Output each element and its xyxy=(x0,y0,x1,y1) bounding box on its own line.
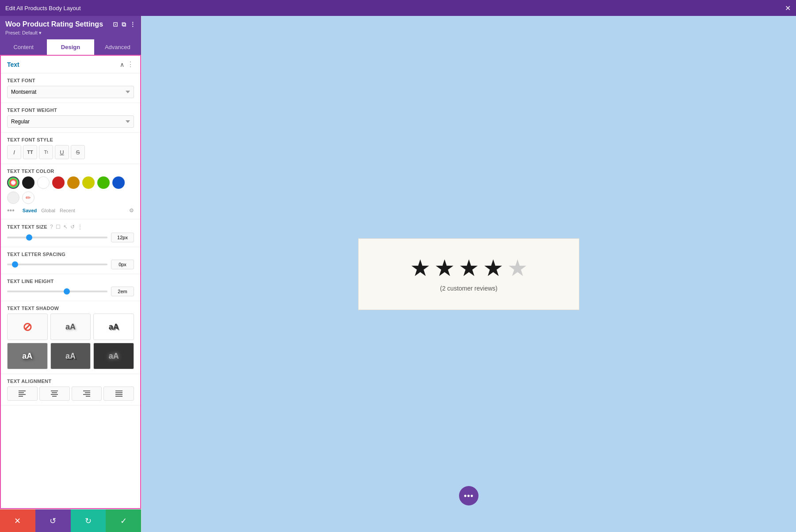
svg-rect-11 xyxy=(86,396,90,397)
svg-rect-4 xyxy=(51,390,58,391)
text-size-label-row: Text Text Size ? ☐ ↖ ↺ ⋮ xyxy=(7,224,134,230)
star-5: ★ xyxy=(507,256,528,279)
no-shadow-option[interactable]: ⊘ xyxy=(7,314,48,340)
star-3: ★ xyxy=(459,256,479,279)
italic-button[interactable]: I xyxy=(7,145,21,159)
strikethrough-button[interactable]: S xyxy=(71,145,85,159)
star-1: ★ xyxy=(410,256,431,279)
redo-button[interactable]: ↻ xyxy=(71,509,106,532)
global-color-tab[interactable]: Global xyxy=(41,208,55,213)
desktop-icon[interactable]: ☐ xyxy=(56,224,61,230)
bottom-bar: ✕ ↺ ↻ ✓ xyxy=(0,509,141,532)
svg-rect-6 xyxy=(51,394,58,395)
star-2: ★ xyxy=(434,256,455,279)
tab-design[interactable]: Design xyxy=(47,39,94,55)
sidebar-content: Text ∧ ⋮ Text Font Montserrat Arial Geor… xyxy=(0,55,141,509)
align-right-button[interactable] xyxy=(72,387,102,401)
text-size-slider[interactable] xyxy=(7,237,107,238)
line-height-field: Text Line Height xyxy=(1,274,140,301)
shadow-option-4[interactable]: aA xyxy=(50,343,91,369)
sidebar-header: Woo Product Rating Settings ⊡ ⧉ ⋮ Preset… xyxy=(0,16,141,39)
section-controls: ∧ ⋮ xyxy=(120,60,134,69)
orange-swatch[interactable] xyxy=(67,176,80,189)
close-icon: ✕ xyxy=(14,516,21,526)
underline-button[interactable]: U xyxy=(55,145,69,159)
collapse-icon[interactable]: ∧ xyxy=(120,61,124,68)
text-font-weight-select[interactable]: Regular Bold Light xyxy=(7,115,134,128)
alignment-buttons xyxy=(7,387,134,401)
letter-spacing-input[interactable] xyxy=(111,260,134,269)
top-bar: Edit All Products Body Layout ✕ xyxy=(0,0,796,16)
text-size-input[interactable] xyxy=(111,233,134,242)
text-alignment-label: Text Alignment xyxy=(7,379,134,384)
small-caps-button[interactable]: Tt xyxy=(39,145,53,159)
shadow-option-3[interactable]: aA xyxy=(7,343,48,369)
black-swatch[interactable] xyxy=(22,176,34,189)
blue-swatch[interactable] xyxy=(112,176,125,189)
more-swatches-icon[interactable]: ••• xyxy=(7,207,15,214)
help-icon[interactable]: ? xyxy=(50,224,53,230)
more-options-icon[interactable]: ⋮ xyxy=(130,21,136,28)
letter-spacing-label: Text Letter Spacing xyxy=(7,252,134,257)
layout-icon[interactable]: ⧉ xyxy=(122,21,126,28)
svg-rect-9 xyxy=(85,392,90,393)
more-size-icon[interactable]: ⋮ xyxy=(77,224,83,230)
shadow-option-5[interactable]: aA xyxy=(93,343,134,369)
svg-rect-5 xyxy=(52,392,57,393)
yellow-swatch[interactable] xyxy=(82,176,95,189)
light-swatch[interactable] xyxy=(7,191,19,204)
floating-more-icon: ••• xyxy=(464,491,474,501)
letter-spacing-slider[interactable] xyxy=(7,264,107,265)
align-left-button[interactable] xyxy=(7,387,38,401)
top-bar-title: Edit All Products Body Layout xyxy=(5,5,785,11)
text-size-field: Text Text Size ? ☐ ↖ ↺ ⋮ xyxy=(1,219,140,247)
text-size-label: Text Text Size xyxy=(7,224,47,230)
section-title: Text xyxy=(7,61,120,68)
tabs: Content Design Advanced xyxy=(0,39,141,55)
text-font-weight-field: Text Font Weight Regular Bold Light xyxy=(1,103,140,133)
undo-button[interactable]: ↺ xyxy=(35,509,71,532)
green-swatch[interactable] xyxy=(97,176,110,189)
svg-rect-12 xyxy=(115,390,122,391)
close-button[interactable]: ✕ xyxy=(0,509,35,532)
redo-icon: ↻ xyxy=(85,516,92,526)
red-swatch[interactable] xyxy=(52,176,65,189)
color-settings-icon[interactable]: ⚙ xyxy=(129,207,134,214)
svg-rect-7 xyxy=(52,396,57,397)
custom-color-swatch[interactable]: ✏ xyxy=(22,191,34,204)
color-picker-swatch[interactable]: ✏ xyxy=(7,176,19,189)
line-height-input[interactable] xyxy=(111,287,134,296)
section-more-icon[interactable]: ⋮ xyxy=(127,60,134,69)
text-font-select[interactable]: Montserrat Arial Georgia xyxy=(7,86,134,98)
svg-rect-10 xyxy=(83,394,90,395)
reset-icon[interactable]: ↺ xyxy=(70,224,75,230)
sidebar-header-icons: ⊡ ⧉ ⋮ xyxy=(113,21,136,28)
text-alignment-field: Text Alignment xyxy=(1,374,140,406)
saved-color-tab[interactable]: Saved xyxy=(23,208,37,213)
text-size-slider-row xyxy=(7,233,134,242)
color-tabs: ••• Saved Global Recent ⚙ xyxy=(7,207,134,214)
undo-icon: ↺ xyxy=(50,516,56,526)
text-font-style-field: Text Font Style I TT Tt U S xyxy=(1,133,140,164)
shadow-option-2[interactable]: aA xyxy=(93,314,134,340)
shadow-option-1[interactable]: aA xyxy=(50,314,91,340)
align-justify-button[interactable] xyxy=(103,387,134,401)
main-layout: Woo Product Rating Settings ⊡ ⧉ ⋮ Preset… xyxy=(0,16,796,532)
line-height-slider[interactable] xyxy=(7,291,107,292)
white-swatch[interactable] xyxy=(37,176,50,189)
svg-rect-1 xyxy=(19,392,24,393)
responsive-icon[interactable]: ⊡ xyxy=(113,21,118,28)
big-caps-button[interactable]: TT xyxy=(23,145,37,159)
close-window-button[interactable]: ✕ xyxy=(785,4,791,12)
preset-selector[interactable]: Preset: Default ▾ xyxy=(5,30,136,36)
shadow-grid: ⊘ aA aA aA aA aA xyxy=(7,314,134,369)
save-button[interactable]: ✓ xyxy=(106,509,141,532)
recent-color-tab[interactable]: Recent xyxy=(60,208,75,213)
text-shadow-field: Text Text Shadow ⊘ aA aA aA aA xyxy=(1,301,140,374)
floating-more-button[interactable]: ••• xyxy=(459,486,478,505)
svg-rect-0 xyxy=(19,390,26,391)
align-center-button[interactable] xyxy=(39,387,70,401)
tab-advanced[interactable]: Advanced xyxy=(94,39,141,55)
tab-content[interactable]: Content xyxy=(0,39,47,55)
cursor-icon[interactable]: ↖ xyxy=(63,224,68,230)
